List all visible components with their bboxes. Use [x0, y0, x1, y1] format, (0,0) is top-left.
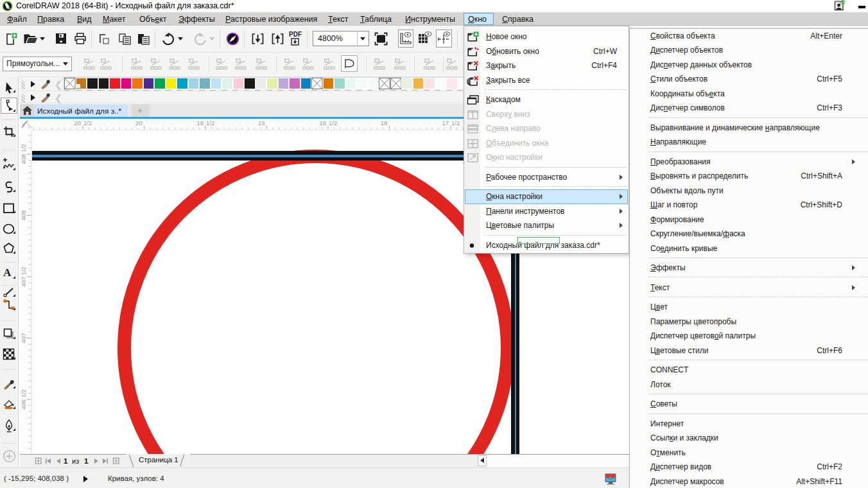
svg-text:408 1/2: 408 1/2 — [20, 144, 27, 164]
svg-text:1: 1 — [84, 457, 89, 465]
svg-text:406 1/2: 406 1/2 — [20, 389, 27, 410]
svg-text:20: 20 — [135, 119, 143, 126]
svg-text:19: 19 — [196, 119, 204, 126]
svg-text:из: из — [72, 457, 79, 465]
svg-text:407: 407 — [20, 333, 27, 344]
svg-text:407 1/2: 407 1/2 — [20, 266, 27, 287]
svg-text:408: 408 — [20, 211, 27, 221]
svg-text:18: 18 — [319, 119, 326, 126]
svg-text:19: 19 — [258, 119, 265, 126]
svg-text:1/2: 1/2 — [451, 119, 460, 126]
svg-text:20: 20 — [74, 119, 81, 126]
svg-text:18: 18 — [381, 119, 388, 126]
svg-text:1/2: 1/2 — [83, 119, 92, 126]
svg-text:1/2: 1/2 — [329, 119, 337, 126]
svg-text:1/2: 1/2 — [206, 119, 214, 126]
svg-text:17: 17 — [442, 119, 449, 126]
svg-text:1: 1 — [64, 457, 68, 465]
